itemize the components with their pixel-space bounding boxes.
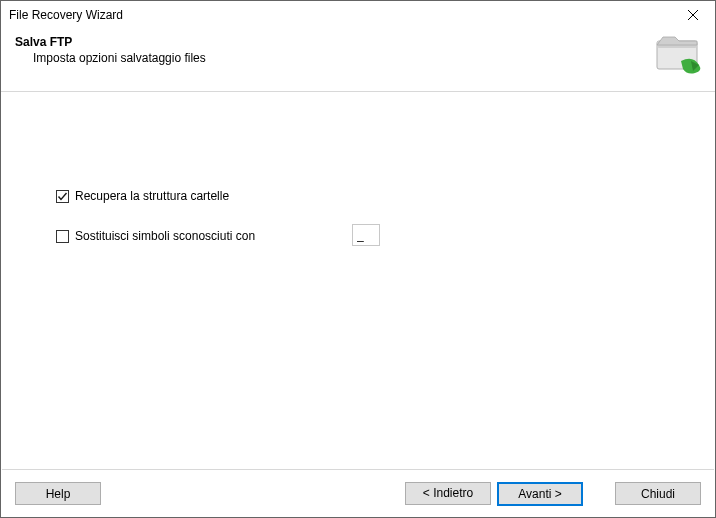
- checkmark-icon: [57, 191, 68, 202]
- back-button[interactable]: < Indietro: [405, 482, 491, 505]
- page-subtitle: Imposta opzioni salvataggio files: [15, 51, 701, 65]
- recover-structure-checkbox[interactable]: [56, 190, 69, 203]
- wizard-content: Recupera la struttura cartelle Sostituis…: [2, 91, 714, 469]
- wizard-footer: Help < Indietro Avanti > Chiudi: [1, 470, 715, 517]
- titlebar: File Recovery Wizard: [1, 1, 715, 29]
- close-wizard-button[interactable]: Chiudi: [615, 482, 701, 505]
- recover-structure-option[interactable]: Recupera la struttura cartelle: [56, 189, 229, 203]
- replace-symbol-input[interactable]: [352, 224, 380, 246]
- next-button[interactable]: Avanti >: [497, 482, 583, 506]
- wizard-header: Salva FTP Imposta opzioni salvataggio fi…: [1, 29, 715, 91]
- replace-symbols-option[interactable]: Sostituisci simboli sconosciuti con: [56, 229, 255, 243]
- window-title: File Recovery Wizard: [9, 8, 123, 22]
- close-icon: [688, 10, 698, 20]
- recover-structure-label: Recupera la struttura cartelle: [75, 189, 229, 203]
- help-button[interactable]: Help: [15, 482, 101, 505]
- page-title: Salva FTP: [15, 35, 701, 49]
- replace-symbols-label: Sostituisci simboli sconosciuti con: [75, 229, 255, 243]
- close-button[interactable]: [671, 1, 715, 29]
- replace-symbols-checkbox[interactable]: [56, 230, 69, 243]
- folder-ftp-icon: [653, 31, 705, 79]
